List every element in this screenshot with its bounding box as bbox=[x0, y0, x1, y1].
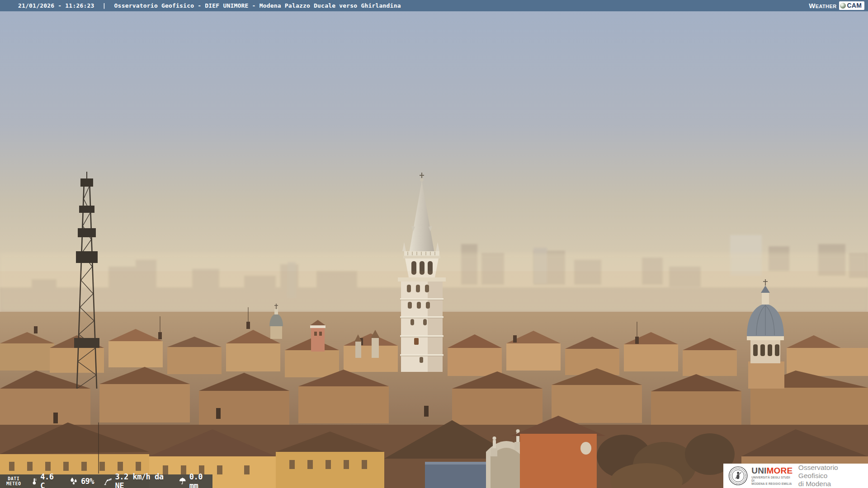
humidity-value: 69% bbox=[81, 477, 94, 486]
rain-value: 0.0 mm bbox=[189, 472, 212, 488]
temperature-item: 4.6 C bbox=[31, 472, 60, 488]
rain-item: 0.0 mm bbox=[179, 472, 212, 488]
weather-data-bar: DATI METEO 4.6 C 69% bbox=[0, 474, 212, 488]
unimore-seal-icon bbox=[728, 466, 748, 486]
wind-item: 3.2 km/h da NE bbox=[104, 472, 169, 488]
weathercam-cam-label: CAM bbox=[847, 2, 862, 9]
humidity-item: 69% bbox=[69, 477, 94, 486]
page-title: Osservatorio Geofisico - DIEF UNIMORE - … bbox=[114, 2, 401, 9]
dati-meteo-label: DATI METEO bbox=[6, 476, 21, 486]
unimore-uni-text: UNI bbox=[751, 466, 766, 475]
thermometer-icon bbox=[31, 476, 38, 486]
weathercam-cam-box: CAM bbox=[839, 1, 864, 10]
separator: | bbox=[103, 2, 106, 9]
observatory-name-line2: di Modena bbox=[798, 480, 868, 488]
wind-icon bbox=[104, 477, 112, 486]
university-subtitle-line1: UNIVERSITÀ DEGLI STUDI DI bbox=[751, 476, 793, 482]
temperature-value: 4.6 C bbox=[40, 472, 60, 488]
weathercam-weather-label: Weather bbox=[809, 2, 836, 9]
wind-value: 3.2 km/h da NE bbox=[115, 472, 169, 488]
unimore-more-text: MORE bbox=[767, 466, 793, 475]
webcam-frame: 21/01/2026 - 11:26:23 | Osservatorio Geo… bbox=[0, 0, 868, 488]
city-photo bbox=[0, 0, 868, 488]
unimore-brand-box[interactable]: UNIMORE UNIVERSITÀ DEGLI STUDI DI MODENA… bbox=[723, 464, 868, 488]
university-subtitle-line2: MODENA E REGGIO EMILIA bbox=[751, 482, 793, 485]
rain-umbrella-icon bbox=[179, 477, 187, 486]
humidity-icon bbox=[69, 477, 78, 486]
timestamp: 21/01/2026 - 11:26:23 bbox=[18, 2, 94, 9]
unimore-wordmark: UNIMORE UNIVERSITÀ DEGLI STUDI DI MODENA… bbox=[751, 466, 793, 485]
top-status-bar: 21/01/2026 - 11:26:23 | Osservatorio Geo… bbox=[0, 0, 868, 11]
camera-lens-icon bbox=[840, 3, 846, 9]
observatory-name: Osservatorio Geofisico di Modena bbox=[798, 464, 868, 488]
weathercam-logo[interactable]: Weather CAM bbox=[809, 1, 864, 10]
observatory-name-line1: Osservatorio Geofisico bbox=[798, 464, 868, 480]
